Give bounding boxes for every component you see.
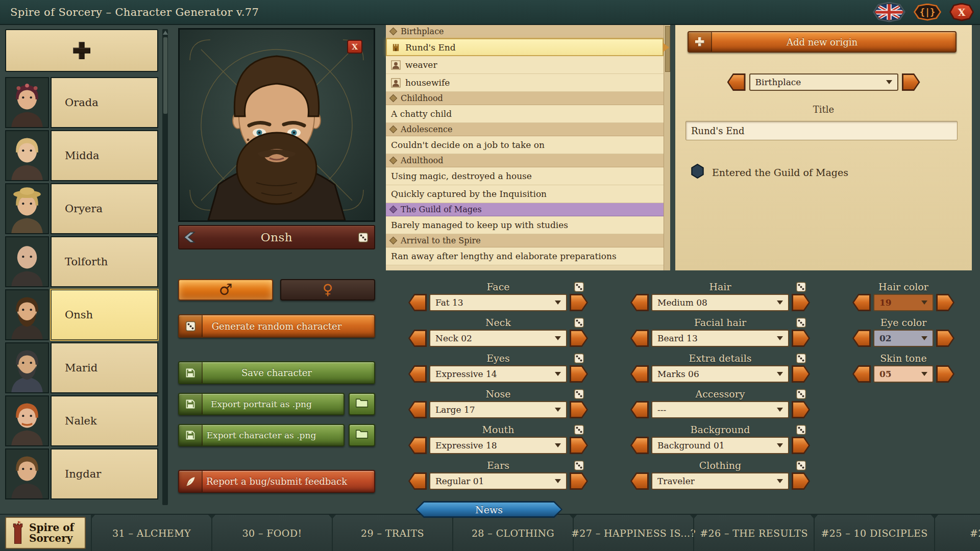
prev-accessory-button[interactable] <box>630 401 649 418</box>
background-dropdown[interactable]: Background 01 <box>651 437 789 454</box>
randomize-accessory-icon[interactable] <box>792 389 810 399</box>
randomize-nose-icon[interactable] <box>570 389 588 399</box>
facial-hair-dropdown[interactable]: Beard 13 <box>651 330 789 347</box>
randomize-facial-hair-icon[interactable] <box>792 317 810 328</box>
clothing-dropdown[interactable]: Traveler <box>651 472 789 490</box>
language-flag-icon[interactable] <box>873 2 905 22</box>
tab-30-food[interactable]: 30 – FOOD! <box>211 515 332 551</box>
add-origin-button[interactable]: Add new origin <box>688 31 957 53</box>
randomize-extra-details-icon[interactable] <box>792 353 810 364</box>
prev-face-button[interactable] <box>408 294 427 311</box>
randomize-hair-icon[interactable] <box>792 282 810 292</box>
character-list-scrollbar[interactable] <box>162 29 168 505</box>
scroll-thumb[interactable] <box>163 37 167 114</box>
open-character-folder-button[interactable] <box>349 424 375 446</box>
bio-item-housewife[interactable]: housewife <box>386 74 664 92</box>
bio-item-quickly-captured-by-the-inquisition[interactable]: Quickly captured by the Inquisition <box>386 185 664 203</box>
next-hair-button[interactable] <box>792 294 810 311</box>
prev-skin-tone-button[interactable] <box>852 365 871 383</box>
bio-item-a-chatty-child[interactable]: A chatty child <box>386 105 664 123</box>
next-category-button[interactable] <box>902 73 920 91</box>
eye-color-dropdown[interactable]: 02 <box>873 330 934 347</box>
next-ears-button[interactable] <box>570 472 588 490</box>
bio-item-weaver[interactable]: weaver <box>386 56 664 74</box>
prev-clothing-button[interactable] <box>630 472 649 490</box>
character-item-onsh[interactable]: Onsh <box>5 289 158 340</box>
hair-dropdown[interactable]: Medium 08 <box>651 294 789 311</box>
prev-extra-details-button[interactable] <box>630 365 649 383</box>
neck-dropdown[interactable]: Neck 02 <box>429 330 567 347</box>
tab-27-happiness-is[interactable]: #27 – HAPPINESS IS...? <box>573 515 693 551</box>
next-clothing-button[interactable] <box>792 472 810 490</box>
character-item-ingdar[interactable]: Ingdar <box>5 448 158 499</box>
prev-facial-hair-button[interactable] <box>630 330 649 347</box>
bio-item-rund-s-end[interactable]: Rund's End <box>386 38 664 56</box>
mouth-dropdown[interactable]: Expressive 18 <box>429 437 567 454</box>
randomize-neck-icon[interactable] <box>570 317 588 328</box>
randomize-eyes-icon[interactable] <box>570 353 588 364</box>
save-character-button[interactable]: Save character <box>178 361 375 384</box>
report-bug-button[interactable]: Report a bug/submit feedback <box>178 470 375 493</box>
hexagon-toggle-icon[interactable] <box>691 164 704 181</box>
character-item-midda[interactable]: Midda <box>5 130 158 181</box>
tab-26-the-results[interactable]: #26 – THE RESULTS <box>693 515 814 551</box>
skin-tone-dropdown[interactable]: 05 <box>873 365 934 383</box>
localization-icon[interactable]: {|} <box>914 4 941 21</box>
next-facial-hair-button[interactable] <box>792 330 810 347</box>
close-button[interactable]: X <box>949 3 974 21</box>
next-eyes-button[interactable] <box>570 365 588 383</box>
prev-category-button[interactable] <box>727 73 746 91</box>
next-background-button[interactable] <box>792 437 810 454</box>
gender-female-button[interactable]: ♀ <box>280 279 375 300</box>
next-face-button[interactable] <box>570 294 588 311</box>
prev-ears-button[interactable] <box>408 472 427 490</box>
open-portrait-folder-button[interactable] <box>349 393 375 415</box>
prev-eyes-button[interactable] <box>408 365 427 383</box>
gender-male-button[interactable]: ♂ <box>178 279 273 300</box>
tab-29-traits[interactable]: 29 – TRAITS <box>332 515 452 551</box>
prev-eye-color-button[interactable] <box>852 330 871 347</box>
origin-title-input[interactable] <box>685 121 958 140</box>
tab-28-clothing[interactable]: 28 – CLOTHING <box>452 515 573 551</box>
face-dropdown[interactable]: Fat 13 <box>429 294 567 311</box>
randomize-clothing-icon[interactable] <box>792 460 810 471</box>
bio-item-using-magic-destroyed-a-house[interactable]: Using magic, destroyed a house <box>386 167 664 185</box>
accessory-dropdown[interactable]: --- <box>651 401 789 418</box>
bio-item-barely-managed-to-keep-up-with-studies[interactable]: Barely managed to keep up with studies <box>386 216 664 234</box>
nose-dropdown[interactable]: Large 17 <box>429 401 567 418</box>
character-item-tolforth[interactable]: Tolforth <box>5 236 158 287</box>
character-item-marid[interactable]: Marid <box>5 342 158 393</box>
tab-25-10-disciples[interactable]: #25 – 10 DISCIPLES <box>814 515 934 551</box>
eyes-dropdown[interactable]: Expressive 14 <box>429 365 567 383</box>
export-portrait-button[interactable]: Export portrait as .png <box>178 393 345 415</box>
biography-scrollbar[interactable] <box>664 25 670 270</box>
character-item-oryera[interactable]: Oryera <box>5 183 158 234</box>
prev-hair-button[interactable] <box>630 294 649 311</box>
bio-item-ran-away-after-lengthy-and-elaborate-preparations[interactable]: Ran away after lengthy and elaborate pre… <box>386 247 664 265</box>
next-accessory-button[interactable] <box>792 401 810 418</box>
guild-toggle[interactable]: Entered the Guild of Mages <box>691 164 848 181</box>
next-hair-color-button[interactable] <box>936 294 954 311</box>
next-mouth-button[interactable] <box>570 437 588 454</box>
prev-neck-button[interactable] <box>408 330 427 347</box>
next-eye-color-button[interactable] <box>936 330 954 347</box>
export-character-button[interactable]: Export character as .png <box>178 424 345 446</box>
origin-category-dropdown[interactable]: Birthplace <box>749 73 898 91</box>
hair-color-dropdown[interactable]: 19 <box>873 294 934 311</box>
tab-24-me[interactable]: #24 – ME <box>934 515 980 551</box>
portrait-close-button[interactable]: X <box>347 40 362 54</box>
prev-hair-color-button[interactable] <box>852 294 871 311</box>
randomize-mouth-icon[interactable] <box>570 424 588 435</box>
character-item-nalek[interactable]: Nalek <box>5 395 158 446</box>
news-button[interactable]: News <box>415 501 562 518</box>
randomize-face-icon[interactable] <box>570 282 588 292</box>
next-neck-button[interactable] <box>570 330 588 347</box>
next-nose-button[interactable] <box>570 401 588 418</box>
randomize-background-icon[interactable] <box>792 424 810 435</box>
game-logo[interactable]: Spire of Sorcery <box>5 517 86 549</box>
next-extra-details-button[interactable] <box>792 365 810 383</box>
bio-item-couldn-t-decide-on-a-job-to-take-on[interactable]: Couldn't decide on a job to take on <box>386 136 664 154</box>
character-item-orada[interactable]: Orada <box>5 77 158 128</box>
prev-background-button[interactable] <box>630 437 649 454</box>
randomize-ears-icon[interactable] <box>570 460 588 471</box>
